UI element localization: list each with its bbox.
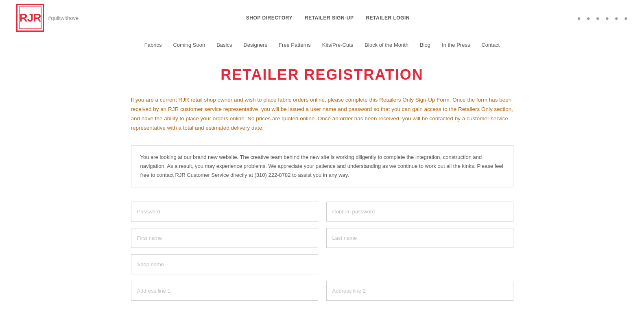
nav-in-press[interactable]: In the Press	[442, 42, 470, 48]
name-row	[131, 228, 513, 248]
nav-designers[interactable]: Designers	[243, 42, 267, 48]
nav-retailer-signup[interactable]: RETAILER SIGN-UP	[305, 15, 354, 21]
first-name-input[interactable]	[131, 228, 318, 248]
nav-coming-soon[interactable]: Coming Soon	[173, 42, 205, 48]
nav-fabrics[interactable]: Fabrics	[144, 42, 162, 48]
first-name-field	[131, 228, 318, 248]
nav-kits-precuts[interactable]: Kits/Pre-Cuts	[322, 42, 354, 48]
logo-text: RJR	[19, 11, 41, 24]
pinterest-icon[interactable]: ●	[587, 15, 590, 22]
youtube-icon[interactable]: ●	[605, 15, 609, 22]
facebook-icon[interactable]: ●	[615, 15, 618, 22]
main-content: RETAILER REGISTRATION If you are a curre…	[123, 54, 522, 315]
shop-name-input[interactable]	[131, 254, 318, 274]
registration-form	[131, 202, 513, 301]
top-bar: RJR #quiltwithove SHOP DIRECTORY RETAILE…	[0, 0, 644, 36]
password-row	[131, 202, 513, 222]
address-row	[131, 281, 513, 301]
last-name-field	[326, 228, 513, 248]
secondary-nav: Fabrics Coming Soon Basics Designers Fre…	[0, 36, 644, 54]
tagline: #quiltwithove	[48, 15, 79, 21]
notice-text: You are looking at our brand new website…	[140, 153, 504, 180]
address-line1-field	[131, 281, 318, 301]
last-name-input[interactable]	[326, 228, 513, 248]
password-input[interactable]	[131, 202, 318, 222]
nav-contact[interactable]: Contact	[481, 42, 500, 48]
password-field	[131, 202, 318, 222]
nav-retailer-login[interactable]: RETAILER LOGIN	[366, 15, 409, 21]
address-line2-field	[326, 281, 513, 301]
logo-area: RJR #quiltwithove	[16, 4, 79, 32]
nav-block-of-month[interactable]: Block of the Month	[365, 42, 408, 48]
nav-shop-directory[interactable]: SHOP DIRECTORY	[246, 15, 293, 21]
confirm-password-input[interactable]	[326, 202, 513, 222]
shop-name-field	[131, 254, 318, 274]
top-nav: SHOP DIRECTORY RETAILER SIGN-UP RETAILER…	[246, 15, 410, 21]
address-line2-input[interactable]	[326, 281, 513, 301]
tumblr-icon[interactable]: ●	[596, 15, 600, 22]
social-icons: ● ● ● ● ● ●	[577, 15, 628, 22]
confirm-password-field	[326, 202, 513, 222]
shop-name-row	[131, 254, 513, 274]
intro-text: If you are a current RJR retail shop own…	[131, 96, 513, 133]
notice-box: You are looking at our brand new website…	[131, 145, 513, 187]
nav-blog[interactable]: Blog	[420, 42, 430, 48]
address-line1-input[interactable]	[131, 281, 318, 301]
twitter-icon[interactable]: ●	[624, 15, 628, 22]
nav-basics[interactable]: Basics	[216, 42, 232, 48]
logo-box: RJR	[16, 4, 44, 32]
nav-free-patterns[interactable]: Free Patterns	[279, 42, 311, 48]
instagram-icon[interactable]: ●	[577, 15, 581, 22]
page-title: RETAILER REGISTRATION	[131, 66, 513, 83]
